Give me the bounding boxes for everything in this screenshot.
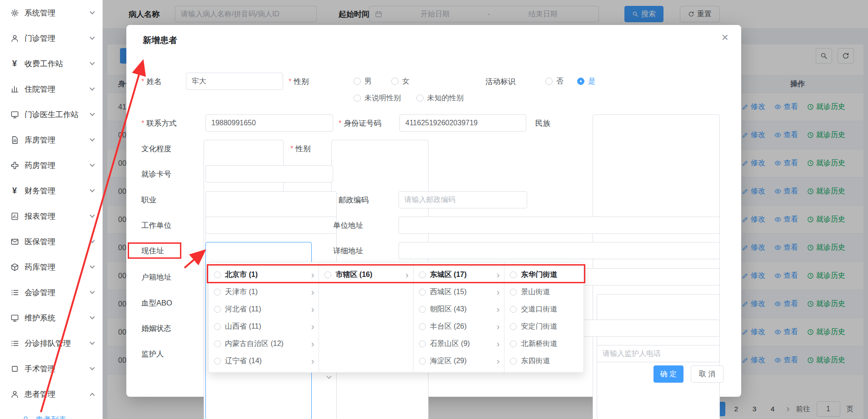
sidebar-item-insurance[interactable]: 医保管理	[0, 229, 102, 254]
cascader-city-column: 市辖区 (16) ›	[319, 262, 414, 372]
work-unit-input[interactable]	[205, 217, 337, 234]
sidebar-item-report[interactable]: 报表管理	[0, 203, 102, 229]
confirm-button[interactable]: 确 定	[653, 365, 683, 383]
cascader-province-option[interactable]: 北京市 (1) ›	[209, 266, 319, 283]
sidebar-item-label: 门诊管理	[25, 33, 90, 44]
cascader-province-option[interactable]: 辽宁省 (14) ›	[209, 352, 319, 370]
sidebar-item-doctor-station[interactable]: 门诊医生工作站	[0, 102, 102, 127]
sidebar-item-system[interactable]: 系统管理	[0, 0, 102, 25]
active-no-radio[interactable]: 否	[545, 73, 564, 90]
chevron-up-icon	[90, 393, 95, 398]
yen-icon: ¥	[10, 186, 19, 195]
cascader-province-option[interactable]: 内蒙古自治区 (12) ›	[209, 335, 319, 352]
cancel-button[interactable]: 取 消	[691, 365, 723, 383]
idcard-input[interactable]	[399, 114, 526, 132]
chevron-down-icon	[90, 212, 95, 217]
sidebar-item-triage-queue[interactable]: 分诊排队管理	[0, 330, 102, 356]
sidebar-item-outpatient[interactable]: 门诊管理	[0, 25, 102, 51]
radio-icon	[391, 78, 399, 85]
cascader-street-option[interactable]: 北新桥街道	[504, 335, 584, 352]
cascader-district-option[interactable]: 丰台区 (26) ›	[414, 318, 504, 335]
detail-address-input[interactable]	[399, 242, 720, 259]
detail-address-field-wrap	[399, 242, 720, 259]
radio-icon	[214, 358, 221, 365]
cascader-district-option[interactable]: 朝阳区 (43) ›	[414, 301, 504, 318]
cascader-street-column: 东华门街道 景山街道 交道口街道 安定门街道 北新桥街道 东四街道	[504, 262, 584, 372]
chevron-right-icon: ›	[497, 322, 500, 331]
chevron-down-icon	[90, 162, 95, 167]
sidebar-item-drug-storage[interactable]: 药库管理	[0, 254, 102, 280]
modal-title: 新增患者	[143, 35, 177, 46]
radio-icon	[354, 78, 361, 85]
sidebar-item-inpatient[interactable]: 住院管理	[0, 76, 102, 102]
contact-input[interactable]	[205, 114, 333, 132]
chevron-right-icon: ›	[311, 270, 314, 279]
radio-icon	[419, 271, 426, 278]
square-icon	[10, 364, 19, 373]
radio-icon	[510, 289, 517, 296]
radio-icon	[214, 323, 221, 330]
cascader-street-option[interactable]: 东华门街道	[504, 266, 584, 283]
sidebar-item-label: 医保管理	[25, 237, 90, 247]
marital-status-label: 婚姻状态	[141, 320, 171, 337]
sidebar-item-label: 库房管理	[25, 135, 90, 145]
sidebar-item-patient-management[interactable]: 患者管理	[0, 381, 102, 407]
sidebar-item-label: 财务管理	[25, 186, 90, 196]
cascader-province-option[interactable]: 天津市 (1) ›	[209, 283, 319, 301]
chevron-right-icon: ›	[497, 305, 500, 314]
gender-unknown-radio[interactable]: 未知的性别	[416, 89, 464, 107]
cascader-province-option[interactable]: 山西省 (11) ›	[209, 318, 319, 335]
gender-female-radio[interactable]: 女	[391, 73, 409, 90]
active-yes-radio[interactable]: 是	[577, 73, 595, 90]
cascader-street-option[interactable]: 安定门街道	[504, 318, 584, 335]
sidebar-item-finance[interactable]: ¥ 财务管理	[0, 178, 102, 203]
idcard-label: 身份证号码	[339, 114, 381, 132]
unit-address-input[interactable]	[399, 217, 720, 234]
current-address-label: 现住址	[141, 242, 164, 259]
cascader-district-option[interactable]: 石景山区 (9) ›	[414, 335, 504, 352]
chevron-down-icon	[90, 314, 95, 319]
work-unit-field-wrap	[205, 217, 337, 234]
cascader-district-option[interactable]: 西城区 (15) ›	[414, 283, 504, 301]
cascader-province-option[interactable]: 河北省 (11) ›	[209, 301, 319, 318]
gear-icon	[10, 8, 19, 17]
blood-type-label: 血型ABO	[141, 294, 172, 311]
chevron-down-icon	[90, 85, 95, 90]
gender-label: 性别	[289, 73, 309, 90]
occupation-label: 职业	[141, 191, 156, 208]
chevron-down-icon	[90, 9, 95, 14]
cascader-street-option[interactable]: 东四街道	[504, 352, 584, 370]
close-icon[interactable]: ×	[722, 31, 728, 43]
cascader-city-option[interactable]: 市辖区 (16) ›	[319, 266, 413, 283]
visit-card-input[interactable]	[205, 165, 333, 182]
postal-input[interactable]	[399, 191, 527, 208]
yen-icon: ¥	[10, 59, 19, 68]
storage-box-icon	[10, 262, 19, 271]
gender-male-radio[interactable]: 男	[354, 73, 372, 90]
guardian-phone-input[interactable]	[597, 345, 720, 362]
radio-icon	[324, 271, 331, 278]
guardian-label: 监护人	[141, 345, 164, 362]
visit-card-label: 就诊卡号	[141, 165, 171, 182]
document-icon	[10, 135, 19, 144]
cascader-district-option[interactable]: 海淀区 (29) ›	[414, 352, 504, 370]
sidebar-item-pharmacy[interactable]: 药房管理	[0, 153, 102, 178]
name-input[interactable]	[186, 73, 283, 90]
sidebar-item-surgery[interactable]: 手术管理	[0, 356, 102, 381]
contact-field-wrap	[205, 114, 333, 132]
sidebar-item-charging[interactable]: ¥ 收费工作站	[0, 51, 102, 76]
list-icon	[10, 288, 19, 297]
sidebar-item-label: 患者管理	[25, 389, 90, 399]
radio-icon	[419, 340, 426, 347]
gender-unstated-radio[interactable]: 未说明性别	[354, 89, 401, 107]
sidebar-item-consultation[interactable]: 会诊管理	[0, 280, 102, 305]
cascader-street-option[interactable]: 景山街道	[504, 283, 584, 301]
cascader-district-option[interactable]: 东城区 (17) ›	[414, 266, 504, 283]
radio-icon	[510, 340, 517, 347]
cascader-street-option[interactable]: 交道口街道	[504, 301, 584, 318]
sidebar-item-label: 报表管理	[25, 211, 90, 222]
sidebar-item-maintenance[interactable]: 维护系统	[0, 305, 102, 330]
sidebar-item-warehouse[interactable]: 库房管理	[0, 127, 102, 153]
sidebar-item-patient-list[interactable]: 患者列表	[0, 407, 102, 419]
radio-icon	[214, 306, 221, 313]
